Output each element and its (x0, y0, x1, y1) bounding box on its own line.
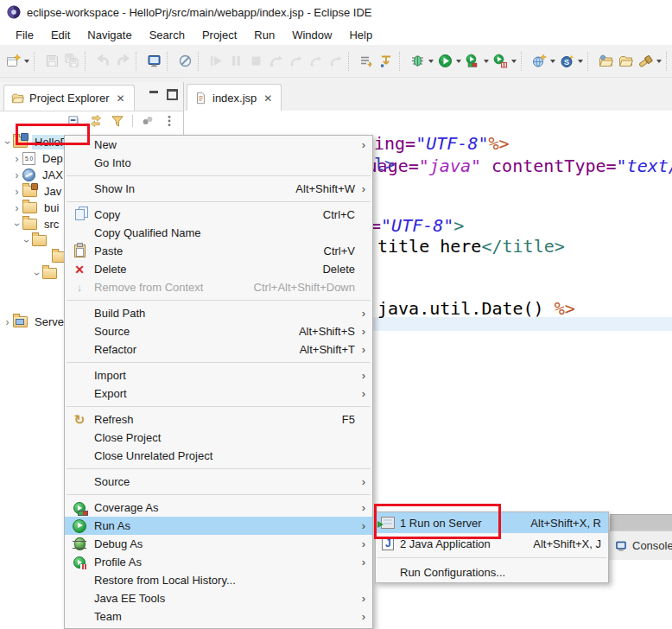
context-menu-item[interactable] (65, 491, 372, 499)
context-menu-item[interactable]: Refresh F5 (65, 410, 372, 429)
coverage-dropdown-icon[interactable] (484, 60, 489, 63)
debug-dropdown-icon[interactable] (428, 60, 434, 63)
debug-icon[interactable] (408, 50, 428, 73)
menu-item-label: Paste (94, 245, 308, 257)
context-menu-item[interactable]: Source Alt+Shift+S (65, 322, 372, 340)
suspend-icon[interactable] (226, 50, 246, 73)
submenu-arrow-icon (355, 387, 365, 400)
new-web-service-icon[interactable] (529, 50, 549, 73)
context-menu-item[interactable]: Copy Qualified Name (65, 224, 372, 242)
profile-icon[interactable] (491, 50, 510, 73)
menubar-item[interactable]: Project (193, 27, 245, 43)
coverage-icon[interactable] (463, 50, 483, 73)
close-icon[interactable]: ✕ (114, 92, 126, 105)
bottom-panel-scrollbar[interactable] (610, 514, 672, 531)
new-dropdown-icon[interactable] (24, 60, 29, 63)
minimize-icon[interactable] (149, 91, 158, 93)
web-service-dropdown-icon[interactable] (550, 60, 555, 63)
context-menu-item[interactable]: Show In Alt+Shift+W (65, 180, 372, 198)
context-menu-item[interactable]: Close Unrelated Project (65, 447, 372, 465)
context-menu-item[interactable]: Source (65, 473, 372, 491)
chevron-icon[interactable] (11, 154, 22, 164)
context-menu-item[interactable] (65, 359, 372, 366)
profile-dropdown-icon[interactable] (511, 60, 517, 63)
menubar-item[interactable]: Window (283, 27, 340, 43)
save-icon[interactable] (42, 50, 62, 73)
chevron-icon[interactable] (2, 137, 13, 148)
context-menu-item[interactable]: Run As (65, 517, 372, 535)
context-menu-item[interactable]: Team (65, 607, 372, 626)
chevron-icon[interactable] (2, 317, 13, 327)
open-folder-icon[interactable] (596, 50, 616, 73)
context-menu-item[interactable]: Profile As (65, 553, 372, 571)
focus-on-active-task-icon[interactable] (141, 114, 155, 128)
run-dropdown-icon[interactable] (456, 60, 461, 63)
menubar-item[interactable]: Run (245, 27, 283, 43)
menubar-item[interactable]: Help (340, 27, 381, 43)
context-menu-item[interactable]: Remove from Context Ctrl+Alt+Shift+Down (65, 278, 372, 296)
submenu-item[interactable]: Run Configurations... (376, 562, 608, 582)
run-icon[interactable] (435, 50, 455, 73)
view-menu-icon[interactable] (162, 114, 176, 128)
chevron-icon[interactable] (31, 269, 42, 279)
context-menu-item[interactable]: Close Project (65, 429, 372, 447)
context-menu-item[interactable]: Paste Ctrl+V (65, 242, 372, 260)
step-over-icon[interactable] (286, 50, 306, 73)
tree-item-icon (42, 268, 57, 279)
step-into-icon[interactable] (266, 50, 286, 73)
open-console-icon[interactable] (144, 50, 164, 73)
chevron-icon[interactable] (11, 187, 22, 197)
drop-to-frame-icon[interactable] (326, 50, 346, 73)
web-service-explorer-dropdown-icon[interactable] (578, 60, 583, 63)
menubar-item[interactable]: Search (141, 27, 193, 43)
context-menu-item[interactable]: Debug As (65, 535, 372, 553)
chevron-icon[interactable] (11, 219, 22, 230)
search-dropdown-icon[interactable] (656, 60, 662, 63)
context-menu-item[interactable]: Coverage As (65, 499, 372, 517)
step-return-icon[interactable] (306, 50, 326, 73)
menubar-item[interactable]: Navigate (79, 27, 140, 43)
link-with-editor-icon[interactable] (89, 114, 103, 128)
context-menu-item[interactable]: New (65, 136, 372, 154)
run-last-launched-icon[interactable] (357, 50, 377, 73)
chevron-icon[interactable] (11, 170, 22, 181)
terminate-icon[interactable] (246, 50, 266, 73)
context-menu-item[interactable] (65, 465, 372, 473)
chevron-icon[interactable] (11, 203, 22, 213)
context-menu-item[interactable]: Import (65, 366, 372, 384)
menubar-item[interactable]: Edit (42, 27, 79, 43)
search-torch-icon[interactable] (636, 50, 656, 73)
context-menu-item[interactable]: Delete Delete (65, 260, 372, 278)
new-wizard-icon[interactable] (3, 50, 23, 73)
maximize-icon[interactable] (167, 89, 178, 100)
context-menu-item[interactable]: Go Into (65, 154, 372, 172)
menubar-item[interactable]: File (7, 27, 42, 43)
context-menu-item[interactable] (65, 296, 372, 304)
context-menu-item[interactable]: Restore from Local History... (65, 571, 372, 589)
chevron-icon[interactable] (21, 236, 32, 246)
context-menu-item[interactable] (65, 172, 372, 180)
menu-item-label: Profile As (94, 556, 339, 569)
resume-icon[interactable] (206, 50, 226, 73)
tab-project-explorer[interactable]: Project Explorer ✕ (3, 85, 135, 111)
launch-flow-icon[interactable] (377, 50, 396, 73)
close-icon[interactable]: ✕ (262, 92, 274, 105)
open-resource-icon[interactable] (616, 50, 636, 73)
context-menu-item[interactable]: Build Path (65, 304, 372, 322)
context-menu-item[interactable]: Copy Ctrl+C (65, 206, 372, 224)
submenu-item[interactable] (376, 554, 608, 562)
context-menu-item[interactable] (65, 198, 372, 206)
web-service-explorer-icon[interactable] (557, 50, 577, 73)
skip-all-breakpoints-icon[interactable] (175, 50, 195, 73)
context-menu-item[interactable]: Java EE Tools (65, 589, 372, 607)
context-menu-item[interactable]: Export (65, 384, 372, 403)
context-menu-item[interactable] (65, 403, 372, 410)
redo-icon[interactable] (113, 50, 133, 73)
undo-icon[interactable] (93, 50, 113, 73)
save-all-icon[interactable] (62, 50, 82, 73)
tab-index-jsp[interactable]: index.jsp ✕ (187, 84, 282, 111)
context-menu-item[interactable]: Refactor Alt+Shift+T (65, 340, 372, 359)
filter-icon[interactable] (111, 114, 124, 128)
toolbar-separator (521, 52, 526, 71)
console-tab[interactable]: Console (605, 531, 672, 560)
